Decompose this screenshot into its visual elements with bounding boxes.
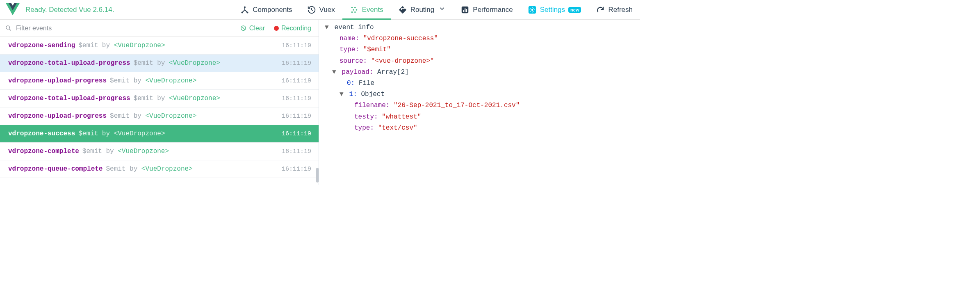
scrollbar-thumb[interactable]: [316, 168, 319, 183]
tabs: Components Vuex Events Routing: [233, 0, 640, 19]
event-row[interactable]: vdropzone-success $emit by <VueDropzone>…: [0, 125, 319, 143]
tab-routing[interactable]: Routing: [391, 0, 454, 19]
directions-icon: [398, 5, 407, 14]
events-list: vdropzone-sending $emit by <VueDropzone>…: [0, 37, 319, 185]
chevron-down-icon: [438, 5, 446, 14]
tree-value: "vdropzone-success": [363, 35, 438, 42]
event-meta: $emit by <VueDropzone>: [78, 42, 165, 49]
svg-point-4: [354, 7, 356, 8]
tab-label: Routing: [410, 6, 435, 14]
recording-toggle[interactable]: Recording: [271, 25, 314, 32]
grain-icon: [350, 5, 359, 14]
caret-down-icon[interactable]: ▼: [325, 22, 330, 33]
tab-label: Settings: [540, 6, 565, 14]
event-time: 16:11:19: [282, 166, 311, 173]
event-row[interactable]: vdropzone-queue-complete $emit by <VueDr…: [0, 160, 319, 178]
search-icon: [5, 25, 12, 32]
tree-value: "whattest": [382, 113, 421, 121]
event-name: vdropzone-total-upload-progress: [8, 95, 130, 102]
tree-header: event info: [335, 24, 374, 31]
svg-point-0: [244, 6, 246, 8]
filter-events-input[interactable]: [16, 25, 233, 32]
svg-point-3: [351, 7, 353, 8]
tree-key: name:: [340, 35, 359, 42]
tree-kv[interactable]: type: "$emit": [325, 44, 634, 55]
new-badge: new: [568, 7, 581, 13]
tree-kv[interactable]: type: "text/csv": [325, 123, 634, 134]
event-row[interactable]: vdropzone-complete $emit by <VueDropzone…: [0, 143, 319, 160]
svg-point-5: [353, 9, 354, 11]
tree-kv[interactable]: filename: "26-Sep-2021_to_17-Oct-2021.cs…: [325, 100, 634, 111]
tree-kv[interactable]: source: "<vue-dropzone>": [325, 56, 634, 67]
event-info-panel: ▼ event info name: "vdropzone-success" t…: [319, 20, 640, 185]
tab-performance[interactable]: Performance: [453, 0, 520, 19]
event-time: 16:11:19: [282, 95, 311, 102]
tab-vuex[interactable]: Vuex: [300, 0, 342, 19]
event-info-tree: ▼ event info name: "vdropzone-success" t…: [325, 22, 634, 134]
caret-down-icon[interactable]: ▼: [332, 67, 338, 78]
event-meta: $emit by <VueDropzone>: [106, 165, 192, 173]
tree-key: source:: [340, 57, 367, 65]
event-time: 16:11:19: [282, 130, 311, 137]
refresh-label: Refresh: [608, 6, 633, 14]
event-time: 16:11:19: [282, 148, 311, 155]
tree-value: "text/csv": [378, 124, 417, 132]
refresh-icon: [596, 5, 605, 14]
event-meta: $emit by <VueDropzone>: [110, 77, 196, 84]
event-row[interactable]: vdropzone-sending $emit by <VueDropzone>…: [0, 37, 319, 55]
tree-value: "$emit": [363, 46, 391, 53]
tree-key: filename:: [354, 102, 390, 109]
tab-label: Vuex: [319, 6, 335, 14]
tree-key: type:: [354, 124, 374, 132]
event-meta: $emit by <VueDropzone>: [134, 95, 220, 102]
event-time: 16:11:19: [282, 113, 311, 120]
event-name: vdropzone-queue-complete: [8, 165, 103, 173]
tab-events[interactable]: Events: [342, 0, 391, 19]
event-row[interactable]: vdropzone-upload-progress $emit by <VueD…: [0, 72, 319, 90]
record-dot-icon: [274, 26, 279, 31]
event-name: vdropzone-complete: [8, 148, 79, 155]
settings-icon: [528, 5, 537, 14]
svg-point-15: [6, 26, 9, 30]
svg-point-6: [356, 9, 357, 11]
clear-button[interactable]: Clear: [237, 25, 267, 32]
tree-key: testy:: [354, 113, 378, 121]
svg-point-14: [531, 9, 533, 11]
svg-rect-11: [465, 8, 465, 12]
tab-components[interactable]: Components: [233, 0, 299, 19]
tree-kv[interactable]: testy: "whattest": [325, 112, 634, 123]
event-name: vdropzone-upload-progress: [8, 112, 107, 120]
caret-down-icon[interactable]: ▼: [340, 89, 345, 100]
events-panel: Clear Recording vdropzone-sending $emit …: [0, 20, 319, 185]
tree-value: Array[2]: [377, 68, 409, 76]
tree-kv[interactable]: 0: File: [325, 78, 634, 89]
refresh-button[interactable]: Refresh: [588, 0, 640, 19]
tree-kv[interactable]: ▼ 1: Object: [325, 89, 634, 100]
event-name: vdropzone-success: [8, 130, 75, 137]
vue-logo-icon: [6, 3, 20, 17]
tree-value: Object: [361, 91, 385, 98]
tree-kv[interactable]: ▼ payload: Array[2]: [325, 67, 634, 78]
recording-label: Recording: [281, 25, 311, 32]
tree-kv[interactable]: name: "vdropzone-success": [325, 33, 634, 44]
event-row[interactable]: vdropzone-upload-progress $emit by <VueD…: [0, 107, 319, 125]
tree-key: type:: [340, 46, 359, 53]
tab-label: Performance: [473, 6, 513, 14]
body: Clear Recording vdropzone-sending $emit …: [0, 20, 640, 185]
event-row[interactable]: vdropzone-total-upload-progress $emit by…: [0, 55, 319, 72]
tab-settings[interactable]: Settings new: [520, 0, 589, 19]
event-meta: $emit by <VueDropzone>: [82, 148, 169, 155]
event-row[interactable]: vdropzone-total-upload-progress $emit by…: [0, 90, 319, 107]
svg-rect-10: [463, 10, 464, 12]
status-text: Ready. Detected Vue 2.6.14.: [25, 6, 114, 14]
history-icon: [307, 5, 316, 14]
tree-value: File: [359, 80, 374, 87]
svg-rect-12: [466, 9, 467, 12]
tree-root[interactable]: ▼ event info: [325, 22, 634, 33]
clear-label: Clear: [249, 25, 265, 32]
bar-chart-icon: [460, 5, 469, 14]
tab-label: Events: [362, 6, 383, 14]
event-meta: $emit by <VueDropzone>: [110, 112, 196, 120]
components-icon: [240, 5, 249, 14]
tree-key: 1:: [349, 91, 357, 98]
